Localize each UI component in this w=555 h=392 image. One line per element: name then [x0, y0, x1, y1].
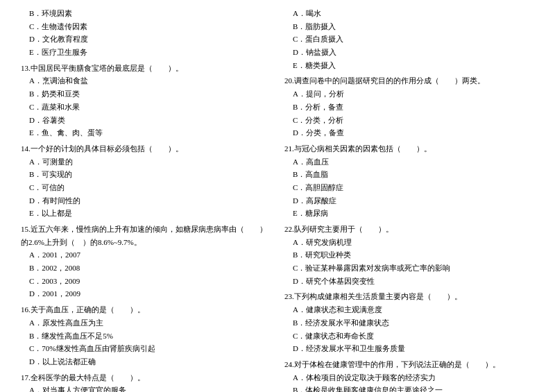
- option: A．体检项目的设定取决于顾客的经济实力: [284, 371, 534, 384]
- question-title: 21.与冠心病相关因素的因素包括（ ）。: [284, 142, 534, 155]
- question-block: B．环境因素C．生物遗传因素D．文化教育程度E．医疗卫生服务: [21, 7, 271, 59]
- option: C．蛋白质摄入: [284, 33, 534, 46]
- question-block: 20.调查问卷中的问题据研究目的的作用分成（ ）两类。A．提问，分析B．分析，备…: [284, 74, 534, 139]
- option: D．有时间性的: [21, 194, 271, 207]
- option: A．提问，分析: [284, 87, 534, 101]
- option: B．研究职业种类: [284, 248, 534, 262]
- option: C．2003，2009: [21, 275, 271, 288]
- page-content: B．环境因素C．生物遗传因素D．文化教育程度E．医疗卫生服务13.中国居民平衡膳…: [21, 7, 534, 392]
- option: B．体检是收集顾客健康信息的主要途径之一: [284, 384, 534, 392]
- option: A．高血压: [284, 155, 534, 169]
- left-column: B．环境因素C．生物遗传因素D．文化教育程度E．医疗卫生服务13.中国居民平衡膳…: [21, 7, 271, 392]
- option: B．经济发展水平和健康状态: [284, 316, 534, 330]
- option: A．2001，2007: [21, 248, 271, 262]
- question-block: 24.对于体检在健康管理中的作用，下列说法正确的是（ ）。A．体检项目的设定取决…: [284, 358, 534, 392]
- question-block: 13.中国居民平衡膳食宝塔的最底层是（ ）。A．烹调油和食盐B．奶类和豆类C．蔬…: [21, 62, 271, 139]
- question-block: 14.一个好的计划的具体目标必须包括（ ）。A．可测量的B．可实现的C．可信的D…: [21, 142, 271, 220]
- question-title: 24.对于体检在健康管理中的作用，下列说法正确的是（ ）。: [284, 358, 534, 371]
- question-title: 23.下列构成健康相关生活质量主要内容是（ ）。: [284, 290, 534, 303]
- question-block: 22.队列研究主要用于（ ）。A．研究发病机理B．研究职业种类C．验证某种暴露因…: [284, 223, 534, 287]
- option: D．经济发展水平和卫生服务质量: [284, 342, 534, 355]
- option: A．原发性高血压为主: [21, 316, 271, 330]
- option: C．健康状态和寿命长度: [284, 330, 534, 343]
- option: A．研究发病机理: [284, 236, 534, 249]
- question-block: 15.近五六年来，慢性病的上升有加速的倾向，如糖尿病患病率由（ ）的2.6%上升…: [21, 223, 271, 300]
- option: B．高血脂: [284, 168, 534, 181]
- option: A．喝水: [284, 7, 534, 20]
- option: B．2002，2008: [21, 262, 271, 275]
- option: C．可信的: [21, 181, 271, 194]
- option: E．以上都是: [21, 207, 271, 220]
- option: E．糖类摄入: [284, 59, 534, 72]
- option: A．烹调油和食盐: [21, 74, 271, 87]
- option: B．环境因素: [21, 7, 271, 20]
- option: C．生物遗传因素: [21, 20, 271, 33]
- option: B．奶类和豆类: [21, 87, 271, 101]
- option: D．2001，2009: [21, 287, 271, 300]
- option: C．验证某种暴露因素对发病率或死亡率的影响: [284, 262, 534, 275]
- right-column: A．喝水B．脂肪摄入C．蛋白质摄入D．钠盐摄入E．糖类摄入20.调查问卷中的问题…: [284, 7, 534, 392]
- question-title: 20.调查问卷中的问题据研究目的的作用分成（ ）两类。: [284, 74, 534, 87]
- option: C．蔬菜和水果: [21, 101, 271, 114]
- option: D．以上说法都正确: [21, 355, 271, 368]
- option: C．分类，分析: [284, 114, 534, 127]
- question-title: 22.队列研究主要用于（ ）。: [284, 223, 534, 236]
- option: D．谷薯类: [21, 114, 271, 127]
- option: D．文化教育程度: [21, 33, 271, 46]
- question-title: 16.关于高血压，正确的是（ ）。: [21, 303, 271, 316]
- question-title: 15.近五六年来，慢性病的上升有加速的倾向，如糖尿病患病率由（ ）的2.6%上升…: [21, 223, 271, 248]
- question-title: 17.全科医学的最大特点是（ ）。: [21, 371, 271, 384]
- option: B．分析，备查: [284, 101, 534, 114]
- option: C．70%继发性高血压由肾脏疾病引起: [21, 342, 271, 355]
- option: E．鱼、禽、肉、蛋等: [21, 126, 271, 139]
- option: B．脂肪摄入: [284, 20, 534, 33]
- option: A．对当事人方便宜官的服务: [21, 384, 271, 392]
- question-block: 17.全科医学的最大特点是（ ）。A．对当事人方便宜官的服务B．对当事人综合性的…: [21, 371, 271, 392]
- question-title: 13.中国居民平衡膳食宝塔的最底层是（ ）。: [21, 62, 271, 75]
- option: C．高胆固醇症: [284, 181, 534, 194]
- question-block: 23.下列构成健康相关生活质量主要内容是（ ）。A．健康状态和主观满意度B．经济…: [284, 290, 534, 355]
- question-title: 14.一个好的计划的具体目标必须包括（ ）。: [21, 142, 271, 155]
- option: D．高尿酸症: [284, 194, 534, 207]
- option: E．糖尿病: [284, 207, 534, 220]
- option: D．钠盐摄入: [284, 46, 534, 59]
- option: E．医疗卫生服务: [21, 46, 271, 59]
- option: B．继发性高血压不足5%: [21, 330, 271, 343]
- question-block: A．喝水B．脂肪摄入C．蛋白质摄入D．钠盐摄入E．糖类摄入: [284, 7, 534, 71]
- option: A．可测量的: [21, 155, 271, 169]
- option: B．可实现的: [21, 168, 271, 181]
- question-block: 21.与冠心病相关因素的因素包括（ ）。A．高血压B．高血脂C．高胆固醇症D．高…: [284, 142, 534, 220]
- question-block: 16.关于高血压，正确的是（ ）。A．原发性高血压为主B．继发性高血压不足5%C…: [21, 303, 271, 368]
- option: D．分类，备查: [284, 126, 534, 139]
- option: A．健康状态和主观满意度: [284, 303, 534, 316]
- option: D．研究个体基因突变性: [284, 275, 534, 288]
